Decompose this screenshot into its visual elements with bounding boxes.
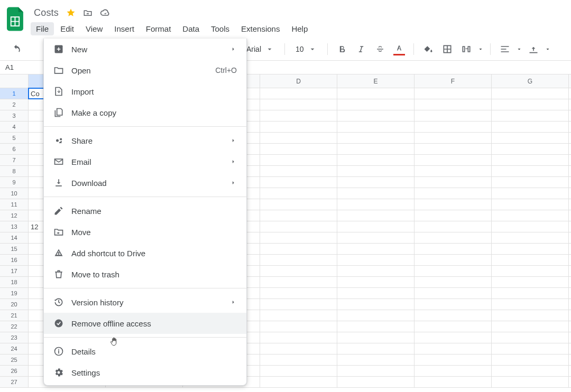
cell[interactable] bbox=[337, 244, 415, 254]
row-header[interactable]: 10 bbox=[0, 188, 29, 199]
cell[interactable] bbox=[260, 288, 337, 298]
cell[interactable] bbox=[492, 188, 569, 199]
file-menu-add-shortcut[interactable]: Add shortcut to Drive bbox=[44, 242, 246, 264]
cell[interactable] bbox=[492, 177, 569, 188]
file-menu-import[interactable]: Import bbox=[44, 81, 246, 102]
cell[interactable] bbox=[492, 88, 569, 99]
cell[interactable] bbox=[260, 166, 337, 176]
cell[interactable] bbox=[260, 88, 337, 99]
cell[interactable] bbox=[492, 343, 569, 354]
cell[interactable] bbox=[337, 188, 415, 199]
row-header[interactable]: 27 bbox=[0, 377, 29, 388]
cell[interactable] bbox=[260, 244, 337, 254]
sheets-logo[interactable] bbox=[4, 7, 27, 31]
row-header[interactable]: 15 bbox=[0, 244, 29, 255]
menu-data[interactable]: Data bbox=[177, 22, 205, 35]
cell[interactable] bbox=[492, 244, 569, 254]
merge-button[interactable] bbox=[458, 41, 474, 57]
cell[interactable] bbox=[492, 122, 569, 132]
cell[interactable] bbox=[337, 110, 415, 121]
menu-extensions[interactable]: Extensions bbox=[236, 22, 285, 35]
cell[interactable] bbox=[337, 377, 415, 387]
cell[interactable] bbox=[260, 188, 337, 199]
row-header[interactable]: 17 bbox=[0, 266, 29, 277]
strike-button[interactable] bbox=[372, 41, 388, 57]
cell[interactable] bbox=[415, 332, 492, 343]
cell[interactable] bbox=[260, 343, 337, 354]
row-header[interactable]: 18 bbox=[0, 277, 29, 288]
cell[interactable] bbox=[415, 377, 492, 387]
star-icon[interactable] bbox=[66, 8, 76, 17]
cell[interactable] bbox=[415, 110, 492, 121]
col-header[interactable]: E bbox=[337, 74, 415, 88]
italic-button[interactable] bbox=[353, 41, 369, 57]
cell[interactable] bbox=[260, 310, 337, 321]
row-header[interactable]: 16 bbox=[0, 255, 29, 266]
undo-button[interactable] bbox=[8, 41, 24, 57]
merge-caret-icon[interactable] bbox=[477, 46, 484, 52]
row-header[interactable]: 7 bbox=[0, 155, 29, 166]
row-header[interactable]: 4 bbox=[0, 122, 29, 133]
fill-color-button[interactable] bbox=[420, 41, 436, 57]
cell[interactable] bbox=[415, 354, 492, 365]
cell[interactable] bbox=[337, 321, 415, 332]
cell[interactable] bbox=[260, 277, 337, 287]
row-header[interactable]: 2 bbox=[0, 99, 29, 110]
cell[interactable] bbox=[492, 354, 569, 365]
menu-view[interactable]: View bbox=[80, 22, 108, 35]
text-color-button[interactable] bbox=[391, 41, 407, 57]
select-all-corner[interactable] bbox=[0, 74, 29, 88]
cell[interactable] bbox=[492, 210, 569, 221]
cell[interactable] bbox=[260, 332, 337, 343]
cell[interactable] bbox=[415, 199, 492, 210]
doc-title[interactable]: Costs bbox=[34, 7, 59, 18]
cell[interactable] bbox=[492, 232, 569, 243]
file-menu-open[interactable]: OpenCtrl+O bbox=[44, 60, 246, 81]
cell[interactable] bbox=[415, 343, 492, 354]
move-folder-icon[interactable] bbox=[83, 8, 93, 17]
cell[interactable] bbox=[415, 122, 492, 132]
cell[interactable] bbox=[492, 199, 569, 210]
cell[interactable] bbox=[415, 299, 492, 310]
row-header[interactable]: 25 bbox=[0, 354, 29, 366]
file-menu-trash[interactable]: Move to trash bbox=[44, 264, 246, 285]
cell[interactable] bbox=[492, 221, 569, 232]
cell[interactable] bbox=[415, 288, 492, 298]
cell[interactable] bbox=[337, 199, 415, 210]
cell[interactable] bbox=[492, 288, 569, 298]
col-header[interactable]: D bbox=[260, 74, 337, 88]
cell[interactable] bbox=[415, 210, 492, 221]
cell[interactable] bbox=[337, 221, 415, 232]
font-size-select[interactable]: 10 bbox=[291, 41, 321, 57]
cell[interactable] bbox=[337, 266, 415, 276]
cell[interactable] bbox=[337, 332, 415, 343]
cell[interactable] bbox=[260, 144, 337, 154]
cell[interactable] bbox=[260, 155, 337, 165]
cell[interactable] bbox=[492, 266, 569, 276]
cell[interactable] bbox=[415, 177, 492, 188]
cell[interactable] bbox=[260, 232, 337, 243]
col-header[interactable]: G bbox=[492, 74, 569, 88]
cell[interactable] bbox=[492, 255, 569, 265]
menu-insert[interactable]: Insert bbox=[109, 22, 140, 35]
cell[interactable] bbox=[492, 377, 569, 387]
menu-help[interactable]: Help bbox=[286, 22, 313, 35]
file-menu-new[interactable]: New bbox=[44, 39, 246, 60]
cell[interactable] bbox=[337, 232, 415, 243]
cell[interactable] bbox=[492, 166, 569, 176]
cell[interactable] bbox=[337, 144, 415, 154]
row-header[interactable]: 23 bbox=[0, 332, 29, 343]
file-menu-rename[interactable]: Rename bbox=[44, 200, 246, 221]
cell[interactable] bbox=[415, 244, 492, 254]
cell[interactable] bbox=[492, 299, 569, 310]
cell[interactable] bbox=[415, 321, 492, 332]
row-header[interactable]: 1 bbox=[0, 88, 29, 99]
cell[interactable] bbox=[415, 366, 492, 376]
bold-button[interactable] bbox=[334, 41, 350, 57]
row-header[interactable]: 26 bbox=[0, 366, 29, 377]
file-menu-settings[interactable]: Settings bbox=[44, 362, 246, 383]
row-header[interactable]: 3 bbox=[0, 110, 29, 122]
file-menu-download[interactable]: Download bbox=[44, 172, 246, 193]
file-menu-details[interactable]: Details bbox=[44, 341, 246, 362]
col-header[interactable]: F bbox=[415, 74, 492, 88]
